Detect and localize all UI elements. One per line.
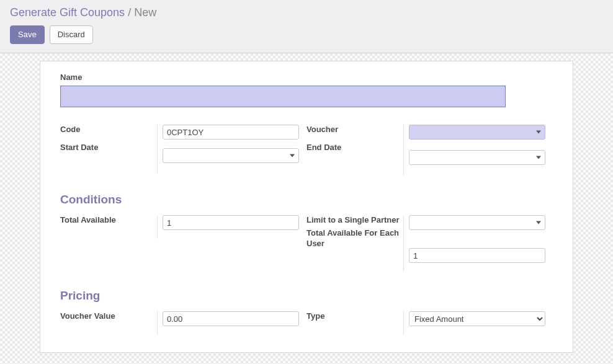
save-button[interactable]: Save bbox=[10, 25, 45, 44]
voucher-label: Voucher bbox=[306, 125, 338, 134]
voucher-value-label: Voucher Value bbox=[60, 311, 115, 321]
total-available-input[interactable] bbox=[163, 215, 299, 230]
conditions-heading: Conditions bbox=[60, 193, 553, 206]
chevron-down-icon bbox=[290, 154, 295, 158]
chevron-down-icon bbox=[536, 221, 541, 224]
type-select[interactable]: Fixed Amount bbox=[409, 311, 545, 326]
start-date-label: Start Date bbox=[60, 143, 98, 152]
type-label: Type bbox=[306, 311, 324, 321]
code-label: Code bbox=[60, 125, 81, 134]
total-each-user-label: Total Available For Each User bbox=[306, 228, 399, 248]
name-input[interactable] bbox=[60, 86, 506, 107]
total-available-label: Total Available bbox=[60, 215, 116, 224]
end-date-label: End Date bbox=[306, 143, 341, 152]
start-date-select[interactable] bbox=[163, 148, 299, 163]
form-sheet: Name Code Start Date bbox=[40, 61, 573, 353]
action-buttons: Save Discard bbox=[10, 25, 603, 44]
discard-button[interactable]: Discard bbox=[50, 25, 93, 44]
code-input[interactable] bbox=[163, 125, 299, 140]
breadcrumb-root[interactable]: Generate Gift Coupons bbox=[10, 6, 125, 19]
name-label: Name bbox=[60, 73, 553, 82]
voucher-select[interactable] bbox=[409, 125, 545, 140]
chevron-down-icon bbox=[536, 156, 541, 159]
end-date-select[interactable] bbox=[409, 150, 545, 165]
total-each-user-input[interactable] bbox=[409, 248, 545, 263]
breadcrumb: Generate Gift Coupons / New bbox=[10, 6, 603, 19]
breadcrumb-separator: / bbox=[128, 6, 131, 19]
limit-partner-select[interactable] bbox=[409, 215, 545, 230]
voucher-value-input[interactable] bbox=[163, 311, 299, 326]
limit-partner-label: Limit to a Single Partner bbox=[306, 215, 400, 224]
chevron-down-icon bbox=[536, 131, 541, 134]
breadcrumb-current: New bbox=[134, 6, 156, 19]
pricing-heading: Pricing bbox=[60, 289, 553, 303]
control-panel: Generate Gift Coupons / New Save Discard bbox=[0, 0, 613, 53]
form-background: Name Code Start Date bbox=[0, 53, 613, 364]
